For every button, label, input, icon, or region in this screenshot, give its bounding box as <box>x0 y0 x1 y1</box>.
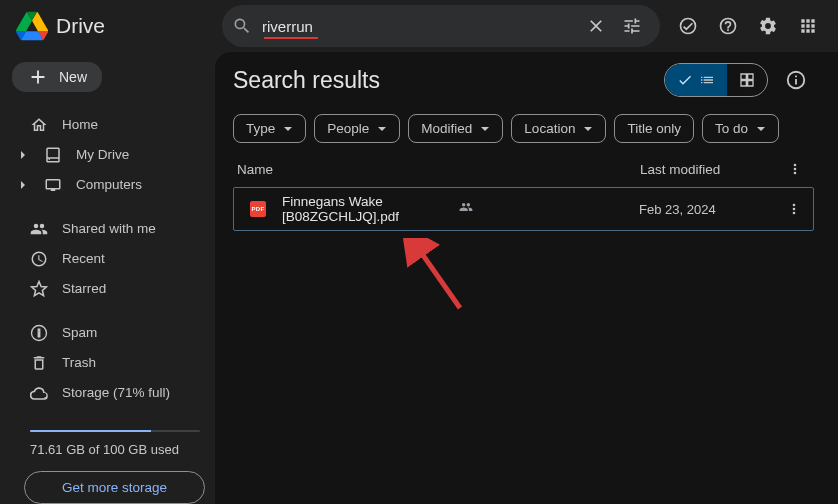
nav-label: Shared with me <box>62 221 156 236</box>
tune-icon <box>622 16 642 36</box>
check-circle-icon <box>678 16 698 36</box>
list-icon <box>699 72 715 88</box>
apps-grid-icon <box>798 16 818 36</box>
nav-computers[interactable]: Computers <box>10 170 205 200</box>
nav-label: Recent <box>62 251 105 266</box>
grid-icon <box>739 72 755 88</box>
home-icon <box>30 116 48 134</box>
star-icon <box>30 280 48 298</box>
nav-spam[interactable]: Spam <box>10 318 205 348</box>
chevron-right-icon[interactable] <box>16 150 30 160</box>
search-icon <box>232 16 252 36</box>
computers-icon <box>44 176 62 194</box>
search-bar[interactable] <box>222 5 660 47</box>
new-button[interactable]: New <box>12 62 102 92</box>
grid-view-button[interactable] <box>727 64 767 96</box>
spellcheck-underline <box>264 37 318 39</box>
sidebar: New Home My Drive Computers Shared <box>0 52 215 504</box>
file-name: Finnegans Wake [B08ZGCHLJQ].pdf <box>282 194 449 224</box>
gear-icon <box>758 16 778 36</box>
plus-icon <box>27 66 49 88</box>
more-vert-icon <box>787 161 803 177</box>
drive-logo-icon <box>16 10 48 42</box>
more-vert-icon <box>786 201 802 217</box>
caret-down-icon <box>583 124 593 134</box>
brand-name: Drive <box>56 14 105 38</box>
nav-my-drive[interactable]: My Drive <box>10 140 205 170</box>
shared-badge-icon <box>459 200 473 218</box>
search-input[interactable] <box>252 18 578 35</box>
shared-icon <box>30 220 48 238</box>
col-name-header[interactable]: Name <box>237 162 640 177</box>
pdf-icon: PDF <box>250 201 266 217</box>
apps-button[interactable] <box>790 8 826 44</box>
spam-icon <box>30 324 48 342</box>
nav-label: Home <box>62 117 98 132</box>
main-content: Search results Type People Modified L <box>215 52 838 504</box>
filter-people[interactable]: People <box>314 114 400 143</box>
chevron-right-icon[interactable] <box>16 180 30 190</box>
nav-shared[interactable]: Shared with me <box>10 214 205 244</box>
search-options-button[interactable] <box>614 8 650 44</box>
help-button[interactable] <box>710 8 746 44</box>
drive-icon <box>44 146 62 164</box>
nav-label: Trash <box>62 355 96 370</box>
caret-down-icon <box>377 124 387 134</box>
storage-text: 71.61 GB of 100 GB used <box>30 442 205 457</box>
row-more-button[interactable] <box>779 201 809 217</box>
help-icon <box>718 16 738 36</box>
table-header: Name Last modified <box>233 161 814 187</box>
filter-title-only[interactable]: Title only <box>614 114 694 143</box>
page-title: Search results <box>233 67 380 94</box>
nav-home[interactable]: Home <box>10 110 205 140</box>
info-icon <box>785 69 807 91</box>
storage-fill <box>30 430 151 432</box>
clear-search-button[interactable] <box>578 8 614 44</box>
filter-location[interactable]: Location <box>511 114 606 143</box>
close-icon <box>586 16 606 36</box>
nav-recent[interactable]: Recent <box>10 244 205 274</box>
col-actions-header[interactable] <box>780 161 810 177</box>
col-modified-header[interactable]: Last modified <box>640 162 780 177</box>
new-label: New <box>59 69 87 85</box>
trash-icon <box>30 354 48 372</box>
offline-ready-button[interactable] <box>670 8 706 44</box>
brand-area[interactable]: Drive <box>12 10 212 42</box>
clock-icon <box>30 250 48 268</box>
filter-bar: Type People Modified Location Title only… <box>233 114 814 143</box>
check-icon <box>677 72 693 88</box>
filter-modified[interactable]: Modified <box>408 114 503 143</box>
get-storage-button[interactable]: Get more storage <box>24 471 205 504</box>
cloud-icon <box>30 384 48 402</box>
caret-down-icon <box>480 124 490 134</box>
file-modified: Feb 23, 2024 <box>639 202 779 217</box>
info-button[interactable] <box>778 62 814 98</box>
caret-down-icon <box>756 124 766 134</box>
settings-button[interactable] <box>750 8 786 44</box>
view-toggle[interactable] <box>664 63 768 97</box>
nav-label: Spam <box>62 325 97 340</box>
table-row[interactable]: PDF Finnegans Wake [B08ZGCHLJQ].pdf Feb … <box>233 187 814 231</box>
list-view-button[interactable] <box>665 64 727 96</box>
filter-type[interactable]: Type <box>233 114 306 143</box>
caret-down-icon <box>283 124 293 134</box>
nav-trash[interactable]: Trash <box>10 348 205 378</box>
nav-label: Storage (71% full) <box>62 385 170 400</box>
nav-label: My Drive <box>76 147 129 162</box>
nav-label: Computers <box>76 177 142 192</box>
nav-label: Starred <box>62 281 106 296</box>
nav-storage[interactable]: Storage (71% full) <box>10 378 205 408</box>
storage-bar <box>30 430 200 432</box>
filter-todo[interactable]: To do <box>702 114 779 143</box>
nav-starred[interactable]: Starred <box>10 274 205 304</box>
